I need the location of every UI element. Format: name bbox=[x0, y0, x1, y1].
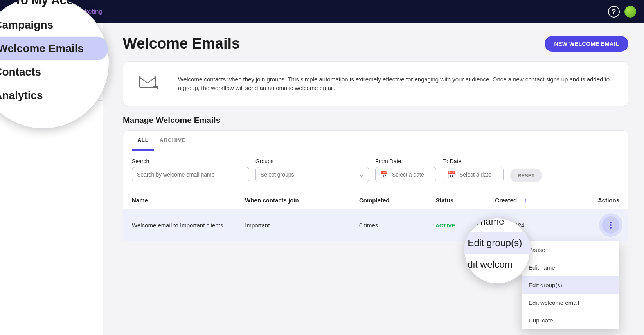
dropdown-edit-name[interactable]: Edit name bbox=[522, 259, 619, 276]
chart-icon bbox=[8, 82, 16, 90]
people-icon bbox=[8, 67, 16, 74]
cell-completed: 0 times bbox=[351, 209, 427, 241]
dropdown-edit-welcome-email[interactable]: Edit welcome email bbox=[522, 294, 619, 312]
cell-status: ACTIVE bbox=[427, 209, 486, 241]
account-avatar[interactable] bbox=[624, 6, 636, 18]
row-actions-button[interactable] bbox=[602, 216, 619, 234]
svg-point-2 bbox=[10, 68, 12, 70]
dropdown-pause[interactable]: Pause bbox=[522, 241, 619, 259]
chevron-down-icon: ⌄ bbox=[91, 83, 95, 89]
calendar-icon: 📅 bbox=[448, 171, 455, 178]
to-date-label: To Date bbox=[443, 158, 504, 164]
envelope-open-icon bbox=[10, 51, 18, 59]
help-icon[interactable]: ? bbox=[608, 6, 620, 18]
groups-label: Groups bbox=[255, 158, 369, 164]
tab-all[interactable]: ALL bbox=[132, 131, 154, 151]
more-vertical-icon bbox=[610, 222, 612, 229]
sidebar-item-label: Welcome Emails bbox=[23, 52, 66, 58]
cell-name: Welcome email to Important clients bbox=[123, 209, 236, 241]
table-row[interactable]: Welcome email to Important clients Impor… bbox=[123, 209, 628, 241]
date-placeholder: Select a date bbox=[459, 171, 491, 178]
app-title: Email Marketing bbox=[55, 8, 103, 16]
svg-point-3 bbox=[13, 68, 14, 69]
main-content: Welcome Emails NEW WELCOME EMAIL Welcome… bbox=[103, 23, 644, 335]
from-date-input[interactable]: 📅 Select a date bbox=[375, 167, 436, 182]
sidebar-item-welcome-emails[interactable]: Welcome Emails bbox=[4, 47, 99, 63]
info-text: Welcome contacts when they join groups. … bbox=[178, 75, 614, 93]
actions-dropdown: Pause Edit name Edit group(s) Edit welco… bbox=[522, 241, 619, 329]
sidebar-item-label: Analytics bbox=[20, 83, 44, 90]
groups-select[interactable]: Select groups ⌄ bbox=[255, 167, 369, 182]
sidebar-item-contacts[interactable]: Contacts ⌄ bbox=[0, 63, 103, 78]
envelope-icon bbox=[8, 35, 16, 43]
chevron-down-icon: ⌄ bbox=[359, 171, 364, 178]
search-input[interactable] bbox=[132, 167, 249, 182]
chevron-down-icon: ⌄ bbox=[91, 68, 95, 73]
feedback-link[interactable]: Share your feedback bbox=[8, 106, 58, 113]
info-card: Welcome contacts when they join groups. … bbox=[123, 61, 628, 106]
page-title: Welcome Emails bbox=[123, 35, 240, 52]
col-actions: Actions bbox=[566, 191, 628, 209]
to-date-input[interactable]: 📅 Select a date bbox=[443, 167, 504, 182]
sidebar-item-analytics[interactable]: Analytics ⌄ bbox=[0, 78, 103, 94]
topbar: Email Marketing ? bbox=[0, 0, 644, 23]
new-welcome-email-button[interactable]: NEW WELCOME EMAIL bbox=[545, 36, 628, 52]
sort-icon: ↓↑ bbox=[522, 197, 527, 204]
sidebar-item-label: Contacts bbox=[20, 67, 43, 74]
dropdown-edit-groups[interactable]: Edit group(s) bbox=[522, 276, 619, 294]
col-completed: Completed bbox=[351, 191, 427, 209]
cell-actions bbox=[566, 209, 628, 241]
cell-created: 09/12/2024 bbox=[486, 209, 566, 241]
reset-button[interactable]: RESET bbox=[510, 169, 542, 182]
search-label: Search bbox=[132, 158, 249, 164]
cell-join: Important bbox=[236, 209, 351, 241]
section-title: Manage Welcome Emails bbox=[123, 115, 628, 125]
tabs: ALL ARCHIVE bbox=[123, 131, 628, 151]
envelope-send-icon bbox=[137, 73, 162, 95]
welcome-emails-table: Name When contacts join Completed Status… bbox=[123, 191, 628, 241]
col-name: Name bbox=[123, 191, 236, 209]
sidebar: Campaigns Welcome Emails Contacts ⌄ Anal… bbox=[0, 23, 103, 335]
date-placeholder: Select a date bbox=[392, 171, 424, 178]
from-date-label: From Date bbox=[375, 158, 436, 164]
filters-row: Search Groups Select groups ⌄ From Date … bbox=[123, 151, 628, 191]
tab-archive[interactable]: ARCHIVE bbox=[154, 131, 191, 151]
sidebar-item-label: Campaigns bbox=[20, 36, 50, 43]
groups-placeholder: Select groups bbox=[261, 171, 294, 178]
status-badge: ACTIVE bbox=[435, 223, 455, 229]
col-created[interactable]: Created ↓↑ bbox=[486, 191, 566, 209]
manage-panel: ALL ARCHIVE Search Groups Select groups … bbox=[123, 130, 628, 241]
calendar-icon: 📅 bbox=[380, 171, 388, 178]
dropdown-duplicate[interactable]: Duplicate bbox=[522, 312, 619, 329]
sidebar-item-campaigns[interactable]: Campaigns bbox=[0, 31, 103, 47]
col-status: Status bbox=[427, 191, 486, 209]
col-join: When contacts join bbox=[236, 191, 351, 209]
